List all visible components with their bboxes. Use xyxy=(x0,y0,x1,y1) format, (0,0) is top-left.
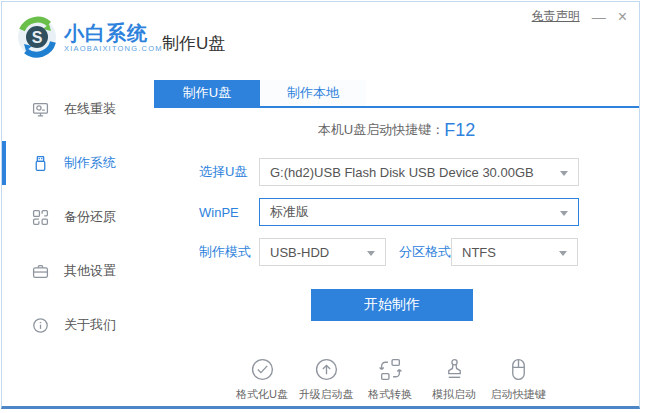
sidebar-item-other-settings[interactable]: 其他设置 xyxy=(2,244,154,298)
page-title: 制作U盘 xyxy=(162,32,225,55)
tool-label: 启动快捷键 xyxy=(491,387,546,402)
format-convert-icon xyxy=(378,357,403,382)
tool-label: 格式转换 xyxy=(368,387,412,402)
chevron-down-icon xyxy=(559,251,567,256)
tab-make-usb[interactable]: 制作U盘 xyxy=(154,80,260,106)
brand-domain: XIAOBAIXITONG.COM xyxy=(64,44,163,53)
winpe-select[interactable]: 标准版 xyxy=(259,198,579,226)
sidebar-item-backup-restore[interactable]: 备份还原 xyxy=(2,190,154,244)
chevron-down-icon xyxy=(560,211,568,216)
boot-hotkey-label: 本机U盘启动快捷键： xyxy=(318,122,444,137)
boot-hotkey-line: 本机U盘启动快捷键：F12 xyxy=(154,120,639,142)
minimize-button[interactable]: — xyxy=(592,10,606,24)
logo-swirl-icon: S xyxy=(16,16,58,58)
disclaimer-link[interactable]: 免责声明 xyxy=(532,8,580,25)
partition-select-value: NTFS xyxy=(462,245,496,260)
upgrade-arrow-icon xyxy=(314,357,339,382)
start-make-button[interactable]: 开始制作 xyxy=(311,289,473,321)
tool-boot-hotkey[interactable]: 启动快捷键 xyxy=(486,357,550,402)
sidebar-item-label: 其他设置 xyxy=(64,262,116,280)
window-controls: 免责声明 — × xyxy=(532,8,627,25)
usb-form: 选择U盘 G:(hd2)USB Flash Disk USB Device 30… xyxy=(199,158,639,266)
sidebar-item-make-system[interactable]: 制作系统 xyxy=(2,136,154,190)
simulate-stamp-icon xyxy=(442,357,467,382)
tool-format-usb[interactable]: 格式化U盘 xyxy=(230,357,294,402)
sidebar-item-label: 关于我们 xyxy=(64,316,116,334)
sidebar-item-label: 备份还原 xyxy=(64,208,116,226)
tab-bar: 制作U盘 制作本地 xyxy=(154,80,639,108)
mode-select[interactable]: USB-HDD xyxy=(259,238,386,266)
header: S 小白系统 XIAOBAIXITONG.COM 制作U盘 免责声明 — × xyxy=(2,2,639,80)
brand-text: 小白系统 XIAOBAIXITONG.COM xyxy=(64,22,163,53)
tool-simulate-boot[interactable]: 模拟启动 xyxy=(422,357,486,402)
usb-select[interactable]: G:(hd2)USB Flash Disk USB Device 30.00GB xyxy=(259,158,579,186)
tool-upgrade-boot-disk[interactable]: 升级启动盘 xyxy=(294,357,358,402)
hotkey-mouse-icon xyxy=(506,357,531,382)
partition-select-label: 分区格式 xyxy=(399,243,451,261)
sidebar-item-label: 制作系统 xyxy=(64,154,116,172)
brand-name: 小白系统 xyxy=(64,22,163,44)
tab-make-local[interactable]: 制作本地 xyxy=(260,80,366,106)
partition-select[interactable]: NTFS xyxy=(451,238,578,266)
main-panel: 制作U盘 制作本地 本机U盘启动快捷键：F12 选择U盘 G:(hd2)USB … xyxy=(154,80,639,406)
tools-bar: 格式化U盘 升级启动盘 格式转换 xyxy=(154,357,639,402)
app-window: S 小白系统 XIAOBAIXITONG.COM 制作U盘 免责声明 — × 在… xyxy=(1,1,640,409)
tool-label: 升级启动盘 xyxy=(299,387,354,402)
usb-select-value: G:(hd2)USB Flash Disk USB Device 30.00GB xyxy=(270,165,534,180)
chevron-down-icon xyxy=(560,171,568,176)
brand-logo: S 小白系统 XIAOBAIXITONG.COM xyxy=(16,16,163,58)
mode-select-label: 制作模式 xyxy=(199,243,259,261)
tool-format-convert[interactable]: 格式转换 xyxy=(358,357,422,402)
mode-select-value: USB-HDD xyxy=(270,245,329,260)
monitor-reinstall-icon xyxy=(32,101,49,118)
sidebar: 在线重装 制作系统 备份还原 xyxy=(2,80,154,406)
backup-grid-icon xyxy=(32,209,49,226)
tool-label: 模拟启动 xyxy=(432,387,476,402)
briefcase-icon xyxy=(32,263,49,280)
tool-label: 格式化U盘 xyxy=(236,387,288,402)
winpe-select-value: 标准版 xyxy=(270,203,309,221)
sidebar-item-about-us[interactable]: 关于我们 xyxy=(2,298,154,352)
chevron-down-icon xyxy=(367,251,375,256)
usb-select-label: 选择U盘 xyxy=(199,163,259,181)
info-icon xyxy=(32,317,49,334)
svg-text:S: S xyxy=(32,29,43,46)
close-button[interactable]: × xyxy=(618,10,627,24)
sidebar-item-online-reinstall[interactable]: 在线重装 xyxy=(2,82,154,136)
format-check-icon xyxy=(250,357,275,382)
sidebar-item-label: 在线重装 xyxy=(64,100,116,118)
boot-hotkey-value: F12 xyxy=(444,120,475,140)
winpe-select-label: WinPE xyxy=(199,205,259,220)
usb-drive-icon xyxy=(32,155,49,172)
